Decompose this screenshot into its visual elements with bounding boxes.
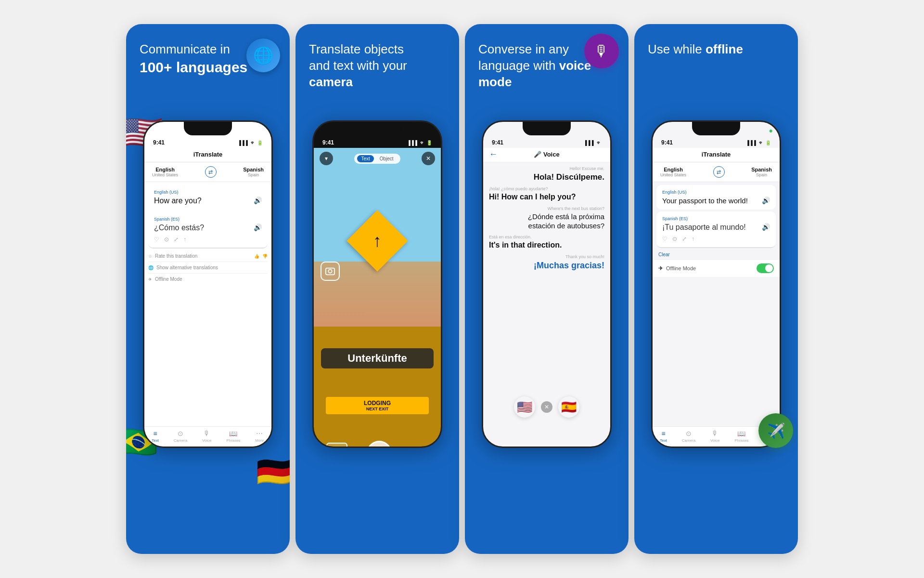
offline-share-icon[interactable]: ↑ [692,236,694,242]
conv-label-3: Where's the next bus station? [506,206,604,211]
offline-src-box: English (US) Your passport to the world!… [656,185,776,210]
toggle-knob [765,264,773,272]
offline-tab-phrases[interactable]: 📖 Phrases [734,430,748,443]
conv-text-4: It's in that direction. [489,240,587,250]
voice-title: 🎤 Voice [534,151,559,158]
src-lang-region: United States [152,172,178,177]
offline-src-name: English [664,167,683,172]
thumbup-icon[interactable]: 👍 [254,254,259,259]
offline-dst-label: Spanish (ES) [662,216,770,221]
phone-notch-3 [523,122,571,135]
card4-header: Use while offline [634,24,798,116]
swap-btn[interactable]: ✕ [541,401,552,413]
svg-point-1 [328,269,332,273]
tab-more-icon: ⋯ [256,430,263,437]
voice-app-header: ← 🎤 Voice [483,148,610,162]
card2-phone: 9:41 ▌▌▌ ᯤ 🔋 ▾ Text Object ✕ [312,120,442,448]
cam-text-mode[interactable]: Text [357,155,373,162]
offline-tab-voice[interactable]: 🎙 Voice [710,430,720,443]
offline-src-label: English (US) [662,190,770,195]
offline-tab-text[interactable]: ≡ Text [660,430,667,443]
swap-icon[interactable]: ⇄ [205,166,217,178]
dst-lang-btn[interactable]: Spanish Spain [243,167,264,177]
dst-lang-name: Spanish [243,167,264,172]
cam-thumbnail[interactable] [326,443,347,448]
offline-speaker-src[interactable]: 🔊 [762,197,770,204]
offline-mode-row: ✈ Offline Mode [653,259,780,277]
conv-text-2: Hi! How can I help you? [489,192,587,202]
camera-controls [314,441,441,448]
tab-camera[interactable]: ⊙ Camera [174,430,187,443]
card1-header-text: Communicate in [140,42,230,56]
offline-mode-text: Offline Mode [666,265,696,271]
card2-phone-area: 9:41 ▌▌▌ ᯤ 🔋 ▾ Text Object ✕ [295,116,459,554]
clear-btn[interactable]: Clear [658,252,670,257]
tab-more[interactable]: ⋯ More [255,430,264,443]
card-offline: Use while offline ✈️ 9:41 ▌▌▌ ᯤ 🔋 iTrans… [634,24,798,554]
cam-close-btn[interactable]: ✕ [422,152,435,165]
offline-dst-lang[interactable]: Spanish Spain [751,167,772,177]
cam-object-mode[interactable]: Object [376,155,398,162]
rate-row[interactable]: ☆ Rate this translation 👍 👎 [148,250,268,262]
rate-text: Rate this translation [155,253,197,259]
lodging-sub: NEXT EXIT [329,407,426,411]
offline-speaker-dst[interactable]: 🔊 [762,223,770,231]
offline-swap-icon[interactable]: ⇄ [713,166,725,178]
tab-phrases[interactable]: 📖 Phrases [226,430,240,443]
thumbdown-icon[interactable]: 👎 [262,254,268,259]
card4-phone: 9:41 ▌▌▌ ᯤ 🔋 iTranslate ● English United… [651,120,781,448]
expand-icon[interactable]: ⤢ [174,236,179,243]
src-lang-btn[interactable]: English United States [152,167,178,177]
offline-tab-voice-icon: 🎙 [712,430,719,437]
card1-header-bold: 100+ languages [140,59,247,75]
cam-back-btn[interactable]: ▾ [320,152,333,165]
globe-small-icon: 🌐 [148,265,154,270]
tab-more-label: More [255,438,264,443]
alt-trans-row[interactable]: 🌐 Show alternative translations [148,262,268,274]
cam-flip[interactable] [411,445,428,448]
flag-es: 🇩🇪 [256,458,290,486]
offline-status-icons: ▌▌▌ ᯤ 🔋 [747,140,771,145]
offline-heart-icon[interactable]: ♡ [662,236,667,242]
conv-bubble-4: Está en esa dirección. It's in that dire… [489,235,587,250]
card1-phone: 9:41 ▌▌▌ ᯤ 🔋 iTranslate English United S… [143,120,273,448]
card-voice: Converse in any language with voice mode… [465,24,629,554]
conv-label-4: Está en esa dirección. [489,235,587,239]
app-header: iTranslate [144,148,271,162]
offline-toggle[interactable] [757,263,774,273]
camera-view: ▾ Text Object ✕ [314,148,441,448]
tab-voice[interactable]: 🎙 Voice [202,430,212,443]
card3-phone: 9:41 ▌▌▌ ᯤ ← 🎤 Voice Hello! Excuse me. H… [482,120,612,448]
conv-text-3: ¿Dónde está la próxima estación de autob… [506,212,604,231]
offline-copy-icon[interactable]: ⊙ [672,236,677,242]
conv-bubble-2: ¡hola! ¿cómo puedo ayudarte? Hi! How can… [489,186,587,202]
tab-text[interactable]: ≡ Text [152,430,159,443]
flag-es-voice: 🇪🇸 [558,396,579,418]
src-lang-name: English [155,167,175,172]
card4-phone-area: ✈️ 9:41 ▌▌▌ ᯤ 🔋 iTranslate ● English Uni… [634,116,798,554]
speaker-icon-src[interactable]: 🔊 [254,197,262,204]
camera-time: 9:41 [322,139,334,146]
offline-lang-selector[interactable]: English United States ⇄ Spanish Spain [653,162,780,182]
speaker-icon-dst[interactable]: 🔊 [254,223,262,231]
tab-phrases-label: Phrases [226,438,240,443]
lang-selector[interactable]: English United States ⇄ Spanish Spain [144,162,271,182]
share-icon[interactable]: ↑ [183,236,186,243]
offline-translation-actions: ♡ ⊙ ⤢ ↑ [662,236,770,242]
conv-text-1: Hola! Discúlpeme. [534,172,604,183]
offline-text: Offline Mode [155,276,182,282]
card4-header-text: Use while [648,42,706,56]
cam-mode-pills: Text Object [354,154,400,164]
cam-shutter-btn[interactable] [367,441,392,448]
mic-icon-overlay: 🎙 [584,34,619,68]
offline-tab-camera[interactable]: ⊙ Camera [682,430,695,443]
offline-expand-icon[interactable]: ⤢ [682,236,687,242]
offline-src-lang[interactable]: English United States [660,167,686,177]
offline-tab-camera-icon: ⊙ [686,430,692,437]
status-time: 9:41 [153,139,165,146]
tab-camera-icon: ⊙ [178,430,183,437]
copy-icon[interactable]: ⊙ [164,236,169,243]
heart-icon[interactable]: ♡ [154,236,159,243]
voice-back-btn[interactable]: ← [489,149,498,159]
offline-row[interactable]: ✈ Offline Mode [148,274,268,285]
